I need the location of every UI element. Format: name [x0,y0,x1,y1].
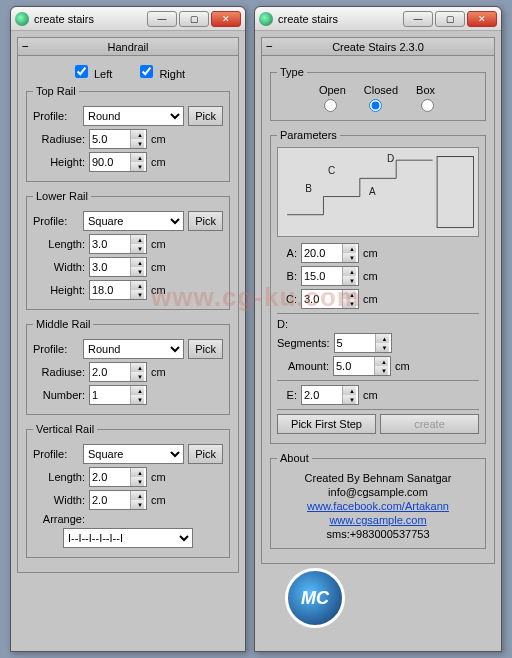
spinner-top-radiuse[interactable]: ▲▼ [89,129,147,149]
spin-down-icon[interactable]: ▼ [375,366,388,375]
close-button[interactable]: ✕ [211,11,241,27]
spinner-vertical-length[interactable]: ▲▼ [89,467,147,487]
spin-up-icon[interactable]: ▲ [131,468,144,477]
unit-cm: cm [363,270,383,282]
spin-up-icon[interactable]: ▲ [343,244,356,253]
spinner-middle-number[interactable]: ▲▼ [89,385,147,405]
spin-down-icon[interactable]: ▼ [131,267,144,276]
spin-up-icon[interactable]: ▲ [375,357,388,366]
rollout-header-handrail[interactable]: − Handrail [18,38,238,56]
minimize-button[interactable]: — [403,11,433,27]
create-button[interactable]: create [380,414,479,434]
spin-down-icon[interactable]: ▼ [131,372,144,381]
spin-up-icon[interactable]: ▲ [131,363,144,372]
spin-up-icon[interactable]: ▲ [131,386,144,395]
titlebar-right[interactable]: create stairs — ▢ ✕ [255,7,501,31]
spin-up-icon[interactable]: ▲ [343,386,356,395]
spin-down-icon[interactable]: ▼ [131,477,144,486]
pick-button-top[interactable]: Pick [188,106,223,126]
diagram-stairs: A B C D [277,147,479,237]
checkbox-right-input[interactable] [140,65,153,78]
pick-button-middle[interactable]: Pick [188,339,223,359]
rollout-header-create[interactable]: − Create Stairs 2.3.0 [262,38,494,56]
spin-up-icon[interactable]: ▲ [376,334,389,343]
label-radiuse: Radiuse: [33,366,85,378]
spin-up-icon[interactable]: ▲ [131,258,144,267]
window-create-stairs: create stairs — ▢ ✕ − Create Stairs 2.3.… [254,6,502,652]
collapse-icon[interactable]: − [22,40,29,53]
spinner-c[interactable]: ▲▼ [301,289,359,309]
spin-up-icon[interactable]: ▲ [131,491,144,500]
spinner-middle-radiuse[interactable]: ▲▼ [89,362,147,382]
spinner-lower-height[interactable]: ▲▼ [89,280,147,300]
spin-up-icon[interactable]: ▲ [131,281,144,290]
pick-button-vertical[interactable]: Pick [188,444,223,464]
select-arrange[interactable]: I--I--I--I--I--I [63,528,193,548]
radio-open-input[interactable] [324,99,337,112]
spin-up-icon[interactable]: ▲ [131,153,144,162]
spin-down-icon[interactable]: ▼ [131,395,144,404]
label-length: Length: [33,471,85,483]
label-profile: Profile: [33,215,79,227]
spin-down-icon[interactable]: ▼ [131,290,144,299]
radio-box-input[interactable] [421,99,434,112]
spinner-amount[interactable]: ▲▼ [333,356,391,376]
legend-about: About [277,452,312,464]
spinner-b[interactable]: ▲▼ [301,266,359,286]
select-top-profile[interactable]: Round [83,106,184,126]
checkbox-left-input[interactable] [75,65,88,78]
maximize-button[interactable]: ▢ [179,11,209,27]
close-button[interactable]: ✕ [467,11,497,27]
spin-up-icon[interactable]: ▲ [131,235,144,244]
spin-up-icon[interactable]: ▲ [131,130,144,139]
spinner-segments[interactable]: ▲▼ [334,333,392,353]
unit-cm: cm [363,389,383,401]
spin-down-icon[interactable]: ▼ [131,139,144,148]
checkbox-right[interactable]: Right [136,62,185,81]
label-width: Width: [33,494,85,506]
window-title-left: create stairs [34,13,145,25]
logo-icon: MC [285,568,345,628]
spinner-vertical-width[interactable]: ▲▼ [89,490,147,510]
label-width: Width: [33,261,85,273]
label-e: E: [277,389,297,401]
spinner-top-height[interactable]: ▲▼ [89,152,147,172]
pick-first-step-button[interactable]: Pick First Step [277,414,376,434]
spin-down-icon[interactable]: ▼ [131,244,144,253]
about-link-fb[interactable]: www.facebook.com/Artakann [307,500,449,512]
window-handrail: create stairs — ▢ ✕ − Handrail Left Righ… [10,6,246,652]
spin-down-icon[interactable]: ▼ [343,299,356,308]
svg-text:B: B [305,183,312,194]
radio-closed[interactable]: Closed [364,84,398,114]
select-vertical-profile[interactable]: Square [83,444,184,464]
spinner-lower-length[interactable]: ▲▼ [89,234,147,254]
checkbox-left[interactable]: Left [71,62,112,81]
collapse-icon[interactable]: − [266,40,273,53]
radio-closed-input[interactable] [369,99,382,112]
spin-down-icon[interactable]: ▼ [376,343,389,352]
spinner-a[interactable]: ▲▼ [301,243,359,263]
spin-up-icon[interactable]: ▲ [343,290,356,299]
spin-down-icon[interactable]: ▼ [343,253,356,262]
group-type: Type Open Closed Box [270,66,486,121]
spinner-lower-width[interactable]: ▲▼ [89,257,147,277]
legend-vertical-rail: Vertical Rail [33,423,97,435]
spin-up-icon[interactable]: ▲ [343,267,356,276]
pick-button-lower[interactable]: Pick [188,211,223,231]
spin-down-icon[interactable]: ▼ [343,395,356,404]
spinner-e[interactable]: ▲▼ [301,385,359,405]
minimize-button[interactable]: — [147,11,177,27]
about-link-site[interactable]: www.cgsample.com [329,514,426,526]
spin-down-icon[interactable]: ▼ [131,500,144,509]
radio-box[interactable]: Box [416,84,437,114]
unit-cm: cm [151,471,171,483]
radio-open[interactable]: Open [319,84,346,114]
maximize-button[interactable]: ▢ [435,11,465,27]
label-height: Height: [33,284,85,296]
spin-down-icon[interactable]: ▼ [343,276,356,285]
select-lower-profile[interactable]: Square [83,211,184,231]
legend-top-rail: Top Rail [33,85,79,97]
titlebar-left[interactable]: create stairs — ▢ ✕ [11,7,245,31]
select-middle-profile[interactable]: Round [83,339,184,359]
spin-down-icon[interactable]: ▼ [131,162,144,171]
